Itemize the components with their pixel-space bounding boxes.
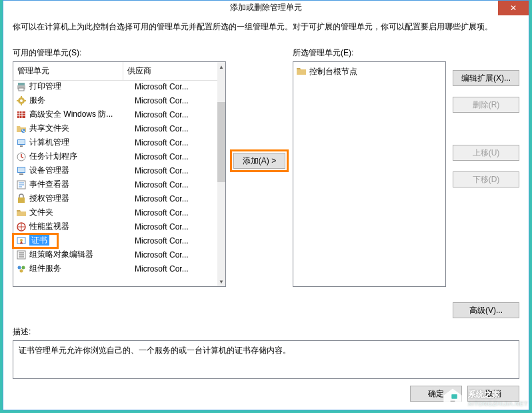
list-item[interactable]: 性能监视器Microsoft Cor... <box>13 220 217 234</box>
item-vendor: Microsoft Cor... <box>135 96 217 105</box>
item-name: 事件查看器 <box>29 179 135 190</box>
scroll-up[interactable]: ▲ <box>217 62 225 71</box>
svg-rect-17 <box>18 197 25 203</box>
scrollbar[interactable]: ▲ ▼ <box>217 62 225 286</box>
list-item[interactable]: 计算机管理Microsoft Cor... <box>13 135 217 149</box>
list-item[interactable]: 服务Microsoft Cor... <box>13 93 217 107</box>
advanced-button[interactable]: 高级(V)... <box>453 302 519 318</box>
header-snapin[interactable]: 管理单元 <box>13 62 123 80</box>
certificate-icon <box>16 236 27 246</box>
item-name: 组件服务 <box>29 263 135 274</box>
list-item[interactable]: 事件查看器Microsoft Cor... <box>13 177 217 191</box>
cancel-button[interactable]: 取消 <box>467 386 519 402</box>
item-vendor: Microsoft Cor... <box>135 138 217 147</box>
intro-text: 你可以在计算机上为此控制台选择可用的管理单元并配置所选的一组管理单元。对于可扩展… <box>13 21 519 33</box>
list-item[interactable]: 文件夹Microsoft Cor... <box>13 205 217 220</box>
item-vendor: Microsoft Cor... <box>135 208 217 218</box>
event-viewer-icon <box>16 179 27 190</box>
move-up-button: 上移(U) <box>453 145 519 161</box>
svg-rect-10 <box>18 140 25 144</box>
list-item[interactable]: 打印管理Microsoft Cor... <box>13 79 217 93</box>
item-vendor: Microsoft Cor... <box>135 82 217 91</box>
item-vendor: Microsoft Cor... <box>135 124 217 133</box>
item-vendor: Microsoft Cor... <box>135 236 217 246</box>
list-item[interactable]: 组策略对象编辑器Microsoft Cor... <box>13 248 217 262</box>
description-text: 证书管理单元允许你浏览自己的、一个服务的或一台计算机的证书存储内容。 <box>19 346 291 355</box>
item-name: 证书 <box>29 235 135 246</box>
scroll-thumb[interactable] <box>217 102 225 182</box>
list-item[interactable]: 证书Microsoft Cor... <box>13 234 217 248</box>
component-icon <box>16 264 27 274</box>
item-name: 计算机管理 <box>29 137 135 148</box>
gpo-icon <box>16 250 27 260</box>
device-mgr-icon <box>16 165 27 176</box>
bottom-buttons: 确定 取消 <box>13 386 519 402</box>
svg-point-6 <box>21 129 25 133</box>
folder-icon <box>296 66 307 77</box>
svg-point-23 <box>22 266 25 269</box>
list-item[interactable]: 共享文件夹Microsoft Cor... <box>13 121 217 135</box>
description-box: 证书管理单元允许你浏览自己的、一个服务的或一台计算机的证书存储内容。 <box>13 340 519 379</box>
item-vendor: Microsoft Cor... <box>135 152 217 161</box>
selected-label: 所选管理单元(E): <box>293 47 446 59</box>
svg-rect-2 <box>19 88 24 91</box>
ok-button[interactable]: 确定 <box>410 386 462 402</box>
item-vendor: Microsoft Cor... <box>135 180 217 189</box>
svg-point-8 <box>23 131 25 132</box>
console-root-row[interactable]: 控制台根节点 <box>296 65 443 78</box>
list-item[interactable]: 授权管理器Microsoft Cor... <box>13 191 217 205</box>
list-item[interactable]: 设备管理器Microsoft Cor... <box>13 163 217 177</box>
task-scheduler-icon <box>16 151 27 162</box>
window-title: 添加或删除管理单元 <box>230 2 302 13</box>
folder-icon <box>16 208 27 218</box>
title-bar: 添加或删除管理单元 ✕ <box>3 1 529 14</box>
item-name: 高级安全 Windows 防... <box>29 109 135 120</box>
item-name: 服务 <box>29 95 135 106</box>
item-vendor: Microsoft Cor... <box>135 194 217 203</box>
move-down-button: 下移(D) <box>453 171 519 187</box>
middle-column: 添加(A) > <box>233 47 286 274</box>
computer-mgmt-icon <box>16 137 27 148</box>
services-icon <box>16 95 27 106</box>
item-name: 文件夹 <box>29 207 135 218</box>
printer-icon <box>16 81 27 92</box>
item-vendor: Microsoft Cor... <box>135 264 217 274</box>
svg-point-20 <box>20 239 23 242</box>
list-item[interactable]: 组件服务Microsoft Cor... <box>13 262 217 276</box>
close-button[interactable]: ✕ <box>498 1 529 15</box>
add-button[interactable]: 添加(A) > <box>233 153 285 169</box>
description-area: 描述: 证书管理单元允许你浏览自己的、一个服务的或一台计算机的证书存储内容。 <box>13 326 519 379</box>
item-name: 组策略对象编辑器 <box>29 249 135 260</box>
item-vendor: Microsoft Cor... <box>135 250 217 260</box>
item-vendor: Microsoft Cor... <box>135 110 217 119</box>
svg-rect-15 <box>19 173 23 175</box>
list-item[interactable]: 任务计划程序Microsoft Cor... <box>13 149 217 163</box>
available-listbox[interactable]: 管理单元 供应商 打印管理Microsoft Cor...服务Microsoft… <box>13 61 226 287</box>
svg-rect-11 <box>20 145 23 147</box>
item-vendor: Microsoft Cor... <box>135 222 217 232</box>
selected-listbox[interactable]: 控制台根节点 <box>293 61 446 287</box>
authz-icon <box>16 193 27 204</box>
item-name: 性能监视器 <box>29 221 135 232</box>
firewall-icon <box>16 109 27 120</box>
header-vendor[interactable]: 供应商 <box>123 62 225 80</box>
columns: 可用的管理单元(S): 管理单元 供应商 打印管理Microsoft Cor..… <box>13 47 519 318</box>
available-column: 可用的管理单元(S): 管理单元 供应商 打印管理Microsoft Cor..… <box>13 47 226 287</box>
item-name: 打印管理 <box>29 81 135 92</box>
perfmon-icon <box>16 222 27 232</box>
item-vendor: Microsoft Cor... <box>135 166 217 175</box>
svg-point-7 <box>22 129 23 131</box>
scroll-down[interactable]: ▼ <box>217 277 225 286</box>
edit-extensions-button[interactable]: 编辑扩展(X)... <box>453 70 519 86</box>
svg-rect-0 <box>18 83 25 85</box>
item-name: 设备管理器 <box>29 165 135 176</box>
selected-column: 所选管理单元(E): 控制台根节点 <box>293 47 446 287</box>
item-name: 任务计划程序 <box>29 151 135 162</box>
close-icon: ✕ <box>510 3 517 13</box>
remove-button: 删除(R) <box>453 97 519 113</box>
shared-folder-icon <box>16 123 27 134</box>
item-name: 授权管理器 <box>29 193 135 204</box>
list-header: 管理单元 供应商 <box>13 62 225 81</box>
svg-point-24 <box>20 269 23 272</box>
list-item[interactable]: 高级安全 Windows 防...Microsoft Cor... <box>13 107 217 121</box>
